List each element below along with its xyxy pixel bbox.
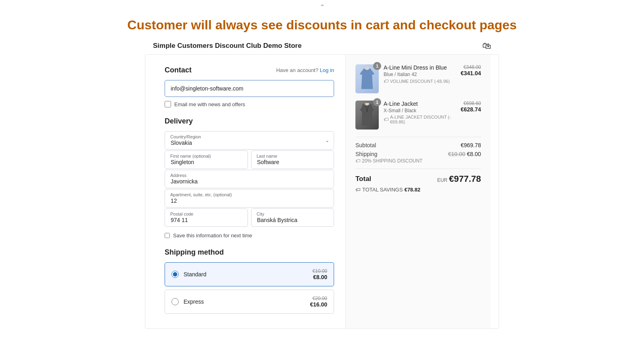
name-row: First name (optional) Last name: [165, 150, 334, 169]
store-title: Simple Customers Discount Club Demo Stor…: [153, 42, 301, 50]
store-header: Simple Customers Discount Club Demo Stor…: [145, 41, 499, 51]
country-wrapper: Country/Region Slovakia Czech Republic A…: [165, 131, 334, 150]
left-panel: Contact Have an account? Log in Email me…: [153, 55, 346, 328]
order-item-1: 1 A-Line Jacket X-Small / Black 🏷 A-LINE…: [355, 101, 481, 130]
shipping-express-radio[interactable]: [171, 298, 179, 305]
total-currency: EUR: [437, 177, 447, 183]
shipping-standard-prices: €10.00 €8.00: [312, 268, 327, 280]
shipping-method-title: Shipping method: [165, 248, 224, 256]
shipping-summary-value: €10.00€8.00: [448, 151, 481, 157]
total-label: Total: [355, 175, 371, 183]
shipping-standard-discounted: €8.00: [312, 274, 327, 280]
contact-title: Contact: [165, 66, 192, 74]
savings-icon: 🏷: [355, 187, 361, 193]
savings-label: TOTAL SAVINGS: [362, 187, 403, 193]
save-info-checkbox[interactable]: [165, 233, 170, 238]
email-news-label: Email me with news and offers: [174, 101, 245, 107]
shipping-original: €10.00: [448, 151, 465, 157]
shipping-express-original: €20.00: [310, 296, 327, 301]
shipping-standard-option[interactable]: Standard €10.00 €8.00: [165, 262, 334, 286]
apt-input[interactable]: [165, 189, 334, 208]
shipping-final: €8.00: [467, 151, 481, 157]
subtotal-label: Subtotal: [355, 142, 376, 148]
item-0-original-price: €348.00: [460, 64, 481, 70]
contact-section-header: Contact Have an account? Log in: [165, 66, 334, 74]
main-container: Contact Have an account? Log in Email me…: [145, 54, 499, 329]
city-input[interactable]: [251, 208, 334, 227]
item-1-badge: 1: [373, 98, 381, 106]
shipping-standard-original: €10.00: [312, 268, 327, 274]
first-name-input[interactable]: [165, 150, 248, 169]
item-0-variant: Blue / Italian 42: [384, 72, 456, 77]
save-info-label: Save this information for next time: [173, 232, 252, 239]
item-1-prices: €698.60 €628.74: [460, 101, 481, 113]
delivery-section: Delivery Country/Region Slovakia Czech R…: [165, 117, 334, 239]
shipping-discount-note: 🏷 20% SHIPPING DISCOUNT: [355, 158, 481, 164]
shipping-express-label: Express: [184, 298, 310, 305]
shipping-discount-text: 20% SHIPPING DISCOUNT: [362, 158, 423, 164]
delivery-header: Delivery: [165, 117, 334, 125]
total-savings-row: 🏷 TOTAL SAVINGS €78.82: [355, 187, 481, 193]
shipping-standard-label: Standard: [184, 271, 312, 278]
shipping-express-option[interactable]: Express €20.00 €16.00: [165, 290, 334, 314]
item-1-final-price: €628.74: [460, 106, 481, 113]
savings-value: €78.82: [405, 187, 421, 193]
shipping-standard-radio[interactable]: [171, 271, 179, 278]
postal-city-row: Postal code City: [165, 208, 334, 227]
shipping-row: Shipping €10.00€8.00: [355, 151, 481, 157]
order-item-0: 1 A-Line Mini Dress in Blue Blue / Itali…: [355, 64, 481, 93]
email-input[interactable]: [165, 80, 334, 97]
shipping-method-section: Shipping method Standard €10.00 €8.00 Ex…: [165, 248, 334, 314]
address-input[interactable]: [165, 170, 334, 188]
top-chevron: ⌃: [0, 0, 644, 12]
item-0-final-price: €341.04: [460, 70, 481, 76]
save-info-row: Save this information for next time: [165, 232, 334, 239]
summary-divider: [355, 137, 481, 137]
item-1-details: A-Line Jacket X-Small / Black 🏷 A-LINE J…: [384, 101, 456, 124]
item-0-discount: 🏷 VOLUME DISCOUNT (-€6.96): [384, 78, 456, 84]
svg-point-1: [365, 103, 369, 105]
have-account-text: Have an account? Log in: [276, 67, 334, 73]
total-row: Total EUR€977.78: [355, 174, 481, 184]
discount-1-icon: 🏷: [384, 117, 388, 122]
delivery-title: Delivery: [165, 117, 193, 125]
item-0-img-wrap: 1: [355, 64, 379, 93]
item-1-img-wrap: 1: [355, 101, 379, 130]
item-1-name: A-Line Jacket: [384, 101, 456, 107]
shipping-discount-icon: 🏷: [355, 158, 360, 164]
apt-wrapper: Apartment, suite, etc. (optional): [165, 189, 334, 208]
svg-point-0: [365, 67, 369, 70]
item-1-discount-label: A-LINE JACKET DISCOUNT (-€69.86): [390, 115, 456, 124]
total-divider: [355, 169, 481, 169]
email-news-row: Email me with news and offers: [165, 101, 334, 107]
log-in-link[interactable]: Log in: [320, 67, 334, 73]
item-1-discount: 🏷 A-LINE JACKET DISCOUNT (-€69.86): [384, 115, 456, 124]
item-0-discount-label: VOLUME DISCOUNT (-€6.96): [390, 79, 450, 84]
cart-button[interactable]: 🛍: [482, 41, 491, 51]
item-0-badge: 1: [373, 62, 381, 70]
subtotal-row: Subtotal €969.78: [355, 142, 481, 148]
address-wrapper: Address: [165, 170, 334, 188]
last-name-input[interactable]: [251, 150, 334, 169]
postal-input[interactable]: [165, 208, 248, 227]
shipping-summary-label: Shipping: [355, 151, 378, 157]
item-1-variant: X-Small / Black: [384, 108, 456, 113]
banner-text: Customer will always see discounts in ca…: [0, 12, 644, 41]
total-value: €977.78: [449, 174, 481, 184]
item-0-prices: €348.00 €341.04: [460, 64, 481, 76]
discount-0-icon: 🏷: [384, 78, 388, 84]
subtotal-value: €969.78: [460, 142, 481, 148]
right-panel: 1 A-Line Mini Dress in Blue Blue / Itali…: [346, 55, 491, 328]
country-select[interactable]: Slovakia Czech Republic Austria Germany …: [165, 131, 334, 150]
postal-wrapper: Postal code: [165, 208, 248, 227]
city-wrapper: City: [251, 208, 334, 227]
shipping-express-prices: €20.00 €16.00: [310, 296, 327, 308]
item-0-details: A-Line Mini Dress in Blue Blue / Italian…: [384, 64, 456, 84]
shipping-express-discounted: €16.00: [310, 301, 327, 308]
item-0-name: A-Line Mini Dress in Blue: [384, 64, 456, 71]
first-name-wrapper: First name (optional): [165, 150, 248, 169]
total-value-wrap: EUR€977.78: [437, 174, 481, 184]
item-1-original-price: €698.60: [460, 101, 481, 106]
email-news-checkbox[interactable]: [165, 101, 171, 107]
last-name-wrapper: Last name: [251, 150, 334, 169]
